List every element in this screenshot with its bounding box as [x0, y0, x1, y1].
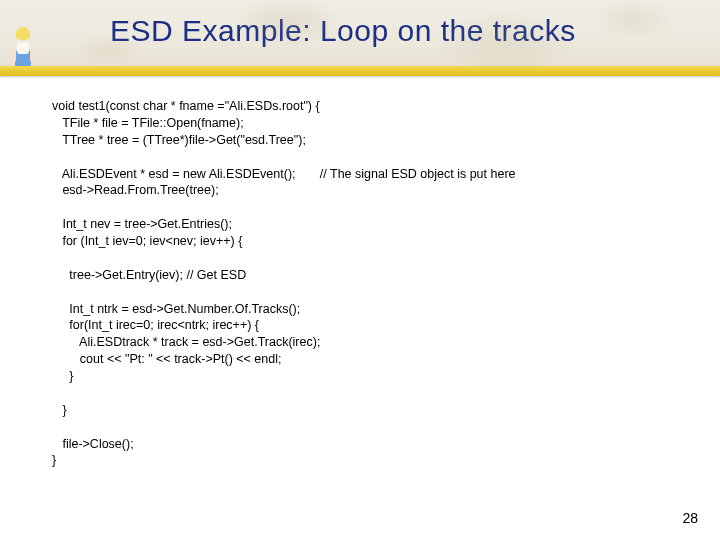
code-line: for(Int_t irec=0; irec<ntrk; irec++) {: [52, 318, 259, 332]
code-line: }: [52, 369, 74, 383]
code-line: file->Close();: [52, 437, 134, 451]
code-line: void test1(const char * fname ="Ali.ESDs…: [52, 99, 320, 113]
code-line: TFile * file = TFile::Open(fname);: [52, 116, 244, 130]
slide-header: ESD Example: Loop on the tracks: [0, 0, 720, 74]
code-line: Ali.ESDEvent * esd = new Ali.ESDEvent();…: [52, 167, 516, 181]
svg-rect-2: [17, 42, 29, 54]
svg-rect-5: [30, 50, 34, 62]
code-block: void test1(const char * fname ="Ali.ESDs…: [52, 98, 516, 469]
code-line: cout << "Pt: " << track->Pt() << endl;: [52, 352, 281, 366]
code-line: Int_t nev = tree->Get.Entries();: [52, 217, 232, 231]
slide-title: ESD Example: Loop on the tracks: [110, 14, 576, 48]
code-line: }: [52, 403, 67, 417]
code-line: Ali.ESDtrack * track = esd->Get.Track(ir…: [52, 335, 320, 349]
code-line: for (Int_t iev=0; iev<nev; iev++) {: [52, 234, 242, 248]
svg-rect-4: [12, 50, 16, 62]
header-divider-band: [0, 66, 720, 76]
code-line: TTree * tree = (TTree*)file->Get("esd.Tr…: [52, 133, 306, 147]
code-line: }: [52, 453, 56, 467]
code-line: Int_t ntrk = esd->Get.Number.Of.Tracks()…: [52, 302, 300, 316]
code-line: tree->Get.Entry(iev); // Get ESD: [52, 268, 246, 282]
code-line: esd->Read.From.Tree(tree);: [52, 183, 219, 197]
page-number: 28: [682, 510, 698, 526]
